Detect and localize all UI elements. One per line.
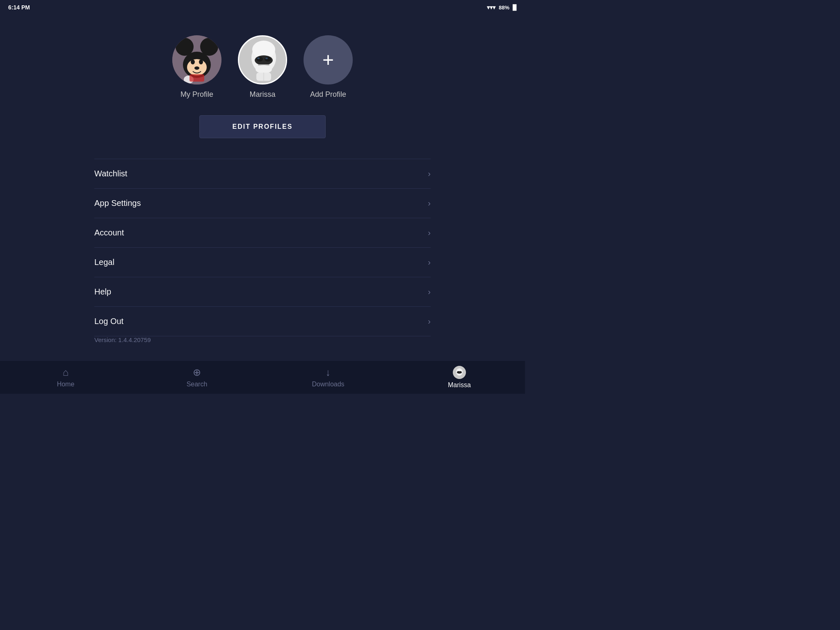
chevron-icon-help: › bbox=[428, 287, 431, 297]
plus-icon: + bbox=[322, 50, 334, 70]
svg-point-15 bbox=[265, 57, 271, 62]
search-icon: ⊕ bbox=[193, 367, 201, 378]
chevron-icon-app-settings: › bbox=[428, 199, 431, 208]
chevron-icon-watchlist: › bbox=[428, 169, 431, 178]
menu-label-legal: Legal bbox=[94, 258, 114, 267]
chevron-icon-account: › bbox=[428, 228, 431, 237]
wifi-icon: ▾▾▾ bbox=[487, 4, 495, 11]
svg-point-16 bbox=[257, 57, 260, 59]
svg-point-27 bbox=[460, 371, 462, 373]
svg-point-5 bbox=[191, 59, 195, 64]
version-text: Version: 1.4.4.20759 bbox=[94, 328, 151, 343]
profile-item-marissa[interactable]: Marissa bbox=[238, 35, 287, 99]
svg-point-17 bbox=[265, 57, 268, 59]
nav-label-profile: Marissa bbox=[448, 381, 471, 389]
profile-avatar-add: + bbox=[304, 35, 353, 84]
download-icon: ↓ bbox=[326, 367, 331, 378]
status-time: 6:14 PM bbox=[8, 4, 30, 11]
svg-point-20 bbox=[256, 65, 272, 73]
menu-label-watchlist: Watchlist bbox=[94, 169, 127, 178]
status-right: ▾▾▾ 88% ▉ bbox=[487, 4, 517, 11]
nav-item-downloads[interactable]: ↓ Downloads bbox=[262, 361, 394, 394]
main-content: My Profile bbox=[0, 15, 525, 344]
chevron-icon-log-out: › bbox=[428, 317, 431, 326]
battery-icon: ▉ bbox=[513, 5, 517, 11]
nav-label-search: Search bbox=[187, 381, 208, 388]
profile-name-add: Add Profile bbox=[310, 90, 346, 99]
menu-list: Watchlist › App Settings › Account › Leg… bbox=[94, 159, 431, 344]
nav-item-home[interactable]: ⌂ Home bbox=[0, 361, 131, 394]
battery-percentage: 88% bbox=[499, 5, 509, 11]
nav-label-home: Home bbox=[57, 381, 75, 388]
menu-label-account: Account bbox=[94, 228, 124, 237]
profile-avatar-mickey bbox=[172, 35, 221, 84]
status-bar: 6:14 PM ▾▾▾ 88% ▉ bbox=[0, 0, 525, 15]
chevron-icon-legal: › bbox=[428, 258, 431, 267]
menu-item-watchlist[interactable]: Watchlist › bbox=[94, 159, 431, 189]
svg-point-14 bbox=[256, 57, 263, 62]
profile-item-my-profile[interactable]: My Profile bbox=[172, 35, 221, 99]
menu-item-app-settings[interactable]: App Settings › bbox=[94, 189, 431, 218]
svg-point-26 bbox=[457, 371, 459, 373]
menu-label-app-settings: App Settings bbox=[94, 199, 141, 208]
svg-point-7 bbox=[194, 66, 199, 70]
menu-item-legal[interactable]: Legal › bbox=[94, 248, 431, 277]
home-icon: ⌂ bbox=[63, 367, 69, 378]
menu-item-help[interactable]: Help › bbox=[94, 277, 431, 307]
svg-point-6 bbox=[199, 59, 203, 64]
profile-name-marissa: Marissa bbox=[249, 90, 275, 99]
profile-name-my-profile: My Profile bbox=[180, 90, 213, 99]
bottom-nav: ⌂ Home ⊕ Search ↓ Downloads Marissa bbox=[0, 361, 525, 394]
profile-avatar-marissa bbox=[238, 35, 287, 84]
profile-item-add[interactable]: + Add Profile bbox=[304, 35, 353, 99]
version-info: Version: 1.4.4.20759 bbox=[94, 336, 431, 344]
nav-item-profile[interactable]: Marissa bbox=[394, 361, 525, 394]
profiles-row: My Profile bbox=[172, 35, 353, 99]
svg-rect-9 bbox=[189, 74, 204, 82]
menu-item-account[interactable]: Account › bbox=[94, 218, 431, 248]
menu-label-log-out: Log Out bbox=[94, 317, 123, 326]
nav-item-search[interactable]: ⊕ Search bbox=[131, 361, 262, 394]
nav-avatar-marissa bbox=[453, 366, 466, 379]
nav-label-downloads: Downloads bbox=[312, 381, 344, 388]
menu-label-help: Help bbox=[94, 287, 111, 297]
edit-profiles-button[interactable]: EDIT PROFILES bbox=[199, 115, 326, 138]
